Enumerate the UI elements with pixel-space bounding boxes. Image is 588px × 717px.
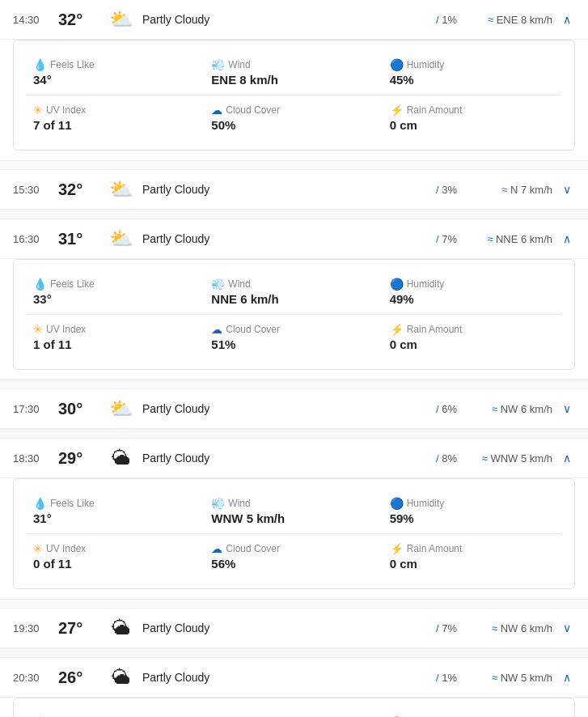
wind-cell: 💨 Wind NW 5 km/h xyxy=(205,708,383,717)
time-1430: 14:30 xyxy=(13,14,52,26)
weather-row-1830[interactable]: 18:30 29° 🌥 Partly Cloudy / 8% ≈ WNW 5 k… xyxy=(0,439,588,478)
feels-like-value: 34° xyxy=(33,73,198,87)
separator xyxy=(0,429,588,439)
weather-row-1530[interactable]: 15:30 32° ⛅ Partly Cloudy / 3% ≈ N 7 km/… xyxy=(0,170,588,210)
cloud-cell: ☁ Cloud Cover 56% xyxy=(205,534,383,579)
time-1930: 19:30 xyxy=(13,622,52,634)
time-1730: 17:30 xyxy=(13,403,52,415)
precip-1630: / 7% xyxy=(417,233,457,245)
detail-panel: 💧 Feels Like 31° 💨 Wind WNW 5 km/h 🔵 xyxy=(13,478,575,589)
expand-icon-2030[interactable]: ∧ xyxy=(559,671,575,684)
expand-icon-1930[interactable]: ∨ xyxy=(559,622,575,634)
rain-label: ⚡ Rain Amount xyxy=(390,323,555,336)
condition-1530: Partly Cloudy xyxy=(142,183,410,196)
precip-1830: / 8% xyxy=(417,452,457,465)
rain-value: 0 cm xyxy=(390,557,555,571)
wind-1730: ≈ NW 6 km/h xyxy=(463,403,552,415)
wind-1430: ≈ ENE 8 km/h xyxy=(463,14,552,26)
rain-cell: ⚡ Rain Amount 0 cm xyxy=(383,534,561,579)
wind-2030: ≈ NW 5 km/h xyxy=(463,672,552,684)
weather-row-2030[interactable]: 20:30 26° 🌥 Partly Cloudy / 1% ≈ NW 5 km… xyxy=(0,658,588,698)
feels-like-label: 💧 Feels Like xyxy=(33,58,198,71)
temp-1430: 32° xyxy=(58,11,100,29)
weather-row-1930[interactable]: 19:30 27° 🌥 Partly Cloudy / 7% ≈ NW 6 km… xyxy=(0,609,588,648)
rain-cell: ⚡ Rain Amount 0 cm xyxy=(383,95,561,140)
uv-value: 1 of 11 xyxy=(33,337,198,351)
time-1630: 16:30 xyxy=(13,233,52,245)
cloud-label: ☁ Cloud Cover xyxy=(211,542,376,555)
condition-2030: Partly Cloudy xyxy=(142,671,410,684)
condition-1730: Partly Cloudy xyxy=(142,402,410,415)
separator-after-1430 xyxy=(0,160,588,170)
feels-like-value: 31° xyxy=(33,511,198,525)
feels-like-label: 💧 Feels Like xyxy=(33,278,198,291)
feels-like-cell: 💧 Feels Like 31° xyxy=(27,489,205,534)
time-1530: 15:30 xyxy=(13,184,52,196)
uv-cell: ✳ UV Index 7 of 11 xyxy=(27,95,205,140)
humidity-cell: 🔵 Humidity 66% xyxy=(383,708,561,717)
feels-like-icon: 💧 xyxy=(33,278,47,291)
uv-cell: ✳ UV Index 0 of 11 xyxy=(27,534,205,579)
condition-1930: Partly Cloudy xyxy=(142,622,410,634)
weather-row-1730[interactable]: 17:30 30° ⛅ Partly Cloudy / 6% ≈ NW 6 km… xyxy=(0,389,588,429)
humidity-label: 🔵 Humidity xyxy=(390,278,555,291)
time-1830: 18:30 xyxy=(13,452,52,465)
humidity-value: 49% xyxy=(390,292,555,306)
detail-panel: 💧 Feels Like 33° 💨 Wind NNE 6 km/h 🔵 xyxy=(13,259,575,370)
wind-icon: 💨 xyxy=(211,497,225,510)
wind-cell: 💨 Wind ENE 8 km/h xyxy=(205,50,383,95)
time-2030: 20:30 xyxy=(13,672,52,684)
wind-label: 💨 Wind xyxy=(211,58,376,71)
temp-1530: 32° xyxy=(58,180,100,199)
expand-icon-1830[interactable]: ∧ xyxy=(559,452,575,465)
weather-icon-1630: ⛅ xyxy=(107,227,136,250)
weather-icon-1930: 🌥 xyxy=(107,617,136,639)
rain-value: 0 cm xyxy=(390,118,555,132)
humidity-cell: 🔵 Humidity 49% xyxy=(383,269,561,315)
cloud-icon: ☁ xyxy=(211,542,222,555)
condition-1630: Partly Cloudy xyxy=(142,232,410,245)
condition-1430: Partly Cloudy xyxy=(142,13,410,26)
cloud-cell: ☁ Cloud Cover 50% xyxy=(205,95,383,140)
wind-cell: 💨 Wind WNW 5 km/h xyxy=(205,489,383,534)
uv-label: ✳ UV Index xyxy=(33,323,198,336)
separator xyxy=(0,648,588,658)
feels-like-value: 33° xyxy=(33,292,198,306)
weather-row-1630[interactable]: 16:30 31° ⛅ Partly Cloudy / 7% ≈ NNE 6 k… xyxy=(0,219,588,259)
cloud-label: ☁ Cloud Cover xyxy=(211,323,376,336)
uv-icon: ✳ xyxy=(33,542,43,555)
uv-cell: ✳ UV Index 1 of 11 xyxy=(27,315,205,359)
separator-after-1630 xyxy=(0,380,588,389)
cloud-value: 56% xyxy=(211,557,376,571)
expand-icon-1430[interactable]: ∧ xyxy=(559,13,575,26)
wind-value: NNE 6 km/h xyxy=(211,292,376,306)
temp-2030: 26° xyxy=(58,668,100,687)
wind-icon: 💨 xyxy=(211,278,225,291)
detail-panel: 💧 Feels Like 28° 💨 Wind NW 5 km/h 🔵 H xyxy=(13,698,575,717)
feels-like-cell: 💧 Feels Like 28° xyxy=(27,708,205,717)
expand-icon-1630[interactable]: ∧ xyxy=(559,232,575,245)
humidity-cell: 🔵 Humidity 45% xyxy=(383,50,561,95)
uv-icon: ✳ xyxy=(33,104,43,117)
temp-1730: 30° xyxy=(58,400,100,418)
temp-1930: 27° xyxy=(58,619,100,638)
cloud-icon: ☁ xyxy=(211,323,222,336)
separator-after-1830 xyxy=(0,599,588,609)
humidity-cell: 🔵 Humidity 59% xyxy=(383,489,561,534)
condition-1830: Partly Cloudy xyxy=(142,452,410,465)
cloud-value: 51% xyxy=(211,337,376,351)
weather-row-1430[interactable]: 14:30 32° ⛅ Partly Cloudy / 1% ≈ ENE 8 k… xyxy=(0,0,588,40)
wind-1530: ≈ N 7 km/h xyxy=(463,184,552,196)
feels-like-cell: 💧 Feels Like 33° xyxy=(27,269,205,315)
rain-icon: ⚡ xyxy=(390,104,404,117)
wind-1830: ≈ WNW 5 km/h xyxy=(463,452,552,465)
wind-value: ENE 8 km/h xyxy=(211,73,376,87)
expand-icon-1730[interactable]: ∨ xyxy=(559,402,575,415)
expand-icon-1530[interactable]: ∨ xyxy=(559,183,575,196)
uv-label: ✳ UV Index xyxy=(33,542,198,555)
feels-like-label: 💧 Feels Like xyxy=(33,497,198,510)
humidity-value: 59% xyxy=(390,511,555,525)
precip-1530: / 3% xyxy=(417,184,457,196)
cloud-label: ☁ Cloud Cover xyxy=(211,104,376,117)
wind-label: 💨 Wind xyxy=(211,278,376,291)
